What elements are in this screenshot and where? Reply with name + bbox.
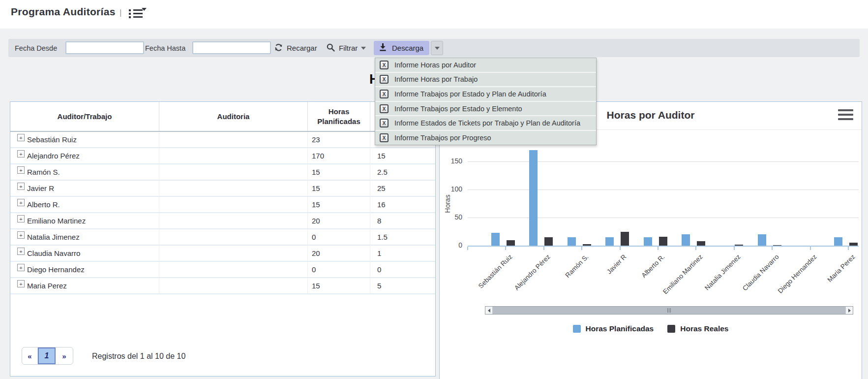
column-header-auditoria[interactable]: Auditoria: [159, 102, 308, 131]
list-menu-icon[interactable]: [129, 8, 148, 20]
horas-reales-cell: 2.5: [370, 164, 435, 180]
table-row[interactable]: +Javier R 15 25: [10, 181, 435, 197]
bar-chart-plot: Horas 050100150Sebastián RuizAlejandro P…: [440, 130, 863, 305]
chevron-down-icon: [361, 47, 366, 50]
x-tick: [620, 247, 621, 250]
horas-reales-cell: 8: [370, 213, 435, 228]
bar-planificadas: [568, 237, 576, 246]
auditor-name: Sebastián Ruiz: [27, 135, 77, 144]
horas-planificadas-cell: 15: [308, 164, 370, 180]
auditoria-cell: [159, 164, 308, 180]
scrollbar-track[interactable]: [493, 307, 845, 314]
auditor-name: Alejandro Pérez: [27, 152, 80, 160]
column-header-auditor-trabajo[interactable]: Auditor/Trabajo: [10, 102, 159, 131]
descarga-menu-item[interactable]: X Informe Trabajos por Estado y Elemento: [375, 102, 596, 117]
legend-item[interactable]: Horas Reales: [667, 324, 728, 333]
table-row[interactable]: +Diego Hernandez 0 0: [10, 262, 435, 278]
table-row[interactable]: +Sebastián Ruiz 23 10: [10, 132, 435, 148]
expand-icon[interactable]: +: [17, 231, 25, 239]
expand-icon[interactable]: +: [17, 134, 25, 141]
expand-icon[interactable]: +: [17, 150, 25, 158]
title-separator: |: [120, 8, 121, 18]
auditoria-cell: [159, 278, 308, 293]
x-tick: [505, 247, 506, 250]
table-row[interactable]: +Alberto R. 15 16: [10, 197, 435, 213]
descarga-menu-item[interactable]: X Informe Horas por Trabajo: [375, 73, 596, 88]
bar-planificadas: [758, 234, 766, 246]
expand-icon[interactable]: +: [17, 183, 25, 190]
records-info: Registros del 1 al 10 de 10: [92, 352, 185, 361]
filtrar-button[interactable]: Filtrar: [326, 39, 366, 57]
legend-label: Horas Reales: [680, 324, 728, 333]
legend-swatch: [573, 325, 581, 333]
chevron-down-icon: [435, 47, 440, 50]
auditor-name: Alberto R.: [27, 200, 60, 209]
descarga-menu-item[interactable]: X Informe Trabajos por Estado y Plan de …: [375, 87, 596, 102]
page-title: Programa Auditorías: [11, 6, 116, 18]
expand-icon[interactable]: +: [17, 166, 25, 174]
scrollbar-right-arrow[interactable]: [845, 307, 853, 314]
bar-planificadas: [529, 150, 538, 246]
scrollbar-left-arrow[interactable]: [485, 307, 493, 314]
bar-reales: [773, 245, 781, 246]
bar-reales: [507, 240, 515, 246]
fecha-hasta-input[interactable]: [192, 41, 271, 54]
legend-item[interactable]: Horas Planificadas: [573, 324, 654, 333]
auditor-name: Maria Perez: [27, 282, 67, 290]
x-tick: [658, 247, 658, 250]
table-row[interactable]: +Emiliano Martinez 20 8: [10, 213, 435, 229]
recargar-button[interactable]: Recargar: [274, 39, 317, 57]
toolbar: Fecha Desde Fecha Hasta Recargar Filtrar…: [8, 39, 860, 57]
descarga-menu-item[interactable]: X Informe Estados de Tickets por Trabajo…: [375, 116, 596, 131]
horas-planificadas-cell: 15: [308, 278, 370, 293]
excel-export-icon: X: [380, 61, 389, 69]
chart-scrollbar[interactable]: [485, 306, 853, 315]
chart-menu-icon[interactable]: [838, 109, 853, 120]
expand-icon[interactable]: +: [17, 215, 25, 222]
refresh-icon: [274, 43, 283, 54]
bar-planificadas: [644, 237, 652, 246]
y-tick-label: 0: [440, 241, 462, 249]
table-row[interactable]: +Claudia Navarro 20 1: [10, 246, 435, 262]
auditoria-cell: [159, 181, 308, 196]
pagination-first-button[interactable]: «: [22, 347, 38, 364]
fecha-desde-label: Fecha Desde: [15, 44, 57, 52]
expand-icon[interactable]: +: [17, 264, 25, 271]
table-row[interactable]: +Ramón S. 15 2.5: [10, 164, 435, 181]
descarga-caret-button[interactable]: [431, 41, 443, 55]
bar-reales: [735, 245, 743, 246]
table-row[interactable]: +Maria Perez 15 5: [10, 278, 435, 294]
y-tick-label: 100: [440, 185, 462, 193]
pagination-page-1-button[interactable]: 1: [38, 347, 56, 364]
y-tick-label: 150: [440, 157, 462, 165]
descarga-menu-item[interactable]: X Informe Horas por Auditor: [375, 58, 596, 73]
x-axis-line: [468, 246, 859, 247]
expand-icon[interactable]: +: [17, 199, 25, 206]
pagination-last-button[interactable]: »: [56, 347, 73, 364]
x-tick: [543, 247, 544, 250]
table-row[interactable]: +Natalia Jimenez 0 1.5: [10, 229, 435, 246]
excel-export-icon: X: [380, 75, 389, 84]
expand-icon[interactable]: +: [17, 280, 25, 287]
horas-reales-cell: 1.5: [370, 229, 435, 245]
descarga-dropdown-menu: X Informe Horas por Auditor X Informe Ho…: [375, 58, 597, 145]
descarga-menu-item[interactable]: X Informe Trabajos por Progreso: [375, 131, 596, 145]
excel-export-icon: X: [380, 133, 389, 142]
y-tick-label: 50: [440, 213, 462, 221]
auditoria-cell: [159, 229, 308, 245]
excel-export-icon: X: [380, 90, 389, 98]
table-body: +Sebastián Ruiz 23 10 +Alejandro Pérez 1…: [10, 132, 435, 294]
horas-reales-cell: 5: [370, 278, 435, 293]
auditoria-cell: [159, 132, 308, 147]
horas-reales-cell: 15: [370, 148, 435, 163]
x-tick: [810, 247, 811, 250]
column-header-horas-planificadas[interactable]: Horas Planificadas: [308, 102, 370, 131]
table-row[interactable]: +Alejandro Pérez 170 15: [10, 148, 435, 164]
expand-icon[interactable]: +: [17, 248, 25, 255]
fecha-desde-input[interactable]: [65, 41, 144, 54]
auditor-name: Natalia Jimenez: [27, 233, 80, 241]
auditor-name: Emiliano Martinez: [27, 217, 86, 225]
auditor-name: Claudia Navarro: [27, 249, 80, 257]
audit-table-panel: Auditor/Trabajo Auditoria Horas Planific…: [10, 101, 436, 377]
descarga-button[interactable]: Descarga: [374, 41, 429, 55]
